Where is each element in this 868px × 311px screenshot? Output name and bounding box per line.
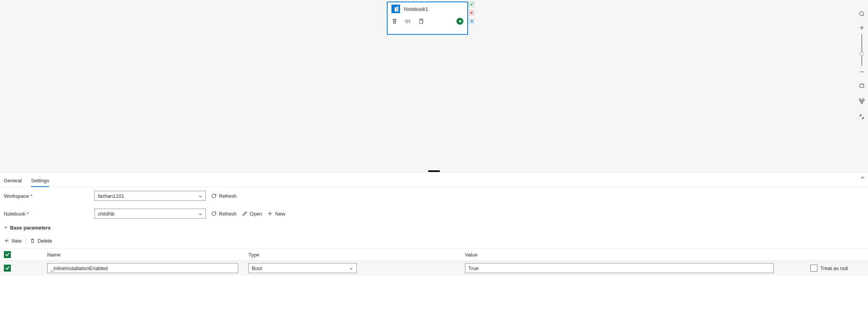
zoom-in-icon[interactable] [856, 22, 867, 34]
base-parameters-title: Base parameters [10, 225, 51, 231]
notebook-new-label: New [275, 211, 285, 217]
col-name: Name [47, 252, 248, 258]
col-type: Type [248, 252, 465, 258]
svg-rect-5 [861, 102, 863, 104]
trash-icon [30, 238, 35, 243]
pipeline-canvas[interactable]: ▮ Notebook1 [0, 0, 868, 172]
vertical-separator [26, 237, 26, 245]
panel-resize-handle[interactable] [428, 170, 440, 172]
notebook-select[interactable]: childNb [94, 209, 206, 219]
code-icon[interactable] [405, 18, 411, 24]
activity-title: Notebook1 [404, 6, 428, 12]
notebook-open-button[interactable]: Open [242, 211, 262, 217]
chevron-down-icon [198, 194, 202, 198]
zoom-slider[interactable] [856, 22, 867, 78]
workspace-refresh-label: Refresh [219, 193, 237, 199]
properties-tabs: General Settings [0, 172, 868, 187]
tab-general[interactable]: General [4, 176, 22, 187]
param-delete-label: Delete [38, 238, 52, 244]
notebook-open-label: Open [250, 211, 262, 217]
required-asterisk: * [30, 193, 32, 199]
workspace-value: fazhan1101 [98, 193, 124, 199]
param-new-label: New [12, 238, 22, 244]
auto-layout-icon[interactable] [856, 93, 867, 109]
col-value: Value [465, 252, 790, 258]
edit-icon [242, 211, 248, 216]
properties-panel: General Settings Workspace * fazhan1101 … [0, 172, 868, 275]
zoom-track[interactable] [861, 34, 862, 65]
svg-point-1 [859, 12, 863, 15]
collapse-panel-icon[interactable] [860, 175, 865, 181]
chevron-down-icon [349, 266, 353, 270]
param-table-header: Name Type Value [0, 249, 868, 261]
param-toolbar: New Delete [0, 233, 868, 249]
param-type-select[interactable]: Bool [248, 263, 357, 273]
param-new-button[interactable]: New [4, 238, 22, 244]
notebook-row: Notebook * childNb Refresh Open New [0, 205, 868, 223]
notebook-value: childNb [98, 211, 114, 217]
copy-icon[interactable] [418, 18, 424, 24]
treat-as-null: Treat as null [790, 265, 848, 272]
search-icon[interactable] [856, 6, 867, 22]
treat-as-null-label: Treat as null [820, 265, 848, 271]
param-delete-button[interactable]: Delete [30, 238, 52, 244]
svg-rect-4 [863, 99, 864, 100]
required-asterisk: * [27, 211, 29, 217]
notebook-label: Notebook * [4, 211, 89, 217]
svg-rect-2 [860, 84, 864, 87]
trash-icon[interactable] [391, 18, 398, 24]
status-fail-icon[interactable] [469, 10, 474, 15]
status-success-icon[interactable] [469, 2, 474, 7]
fit-screen-icon[interactable] [856, 78, 867, 93]
treat-as-null-checkbox[interactable] [810, 265, 817, 272]
workspace-refresh-button[interactable]: Refresh [211, 193, 237, 199]
plus-icon [4, 238, 9, 243]
activity-toolbar [388, 15, 467, 28]
minimize-icon[interactable] [856, 109, 867, 124]
notebook-refresh-label: Refresh [219, 211, 237, 217]
chevron-down-icon [198, 212, 202, 216]
param-value-input[interactable] [465, 263, 774, 273]
header-checkbox[interactable] [4, 251, 11, 258]
plus-icon [267, 211, 273, 216]
workspace-label-text: Workspace [4, 193, 29, 199]
workspace-select[interactable]: fazhan1101 [94, 191, 206, 201]
notebook-refresh-button[interactable]: Refresh [211, 211, 237, 217]
activity-notebook1[interactable]: ▮ Notebook1 [387, 2, 468, 35]
notebook-new-button[interactable]: New [267, 211, 285, 217]
refresh-icon [211, 193, 217, 199]
canvas-side-rail [856, 6, 867, 124]
param-name-input[interactable] [47, 263, 238, 273]
zoom-thumb[interactable] [860, 52, 864, 56]
chevron-down-icon [4, 225, 8, 231]
status-skip-icon[interactable] [469, 19, 474, 24]
activity-status-markers [469, 2, 474, 24]
workspace-label: Workspace * [4, 193, 89, 199]
workspace-row: Workspace * fazhan1101 Refresh [0, 187, 868, 205]
param-table: Name Type Value Bool [0, 249, 868, 275]
param-row: Bool Treat as null [0, 261, 868, 275]
base-parameters-header[interactable]: Base parameters [0, 223, 868, 233]
svg-rect-0 [420, 20, 423, 24]
svg-rect-3 [859, 99, 861, 100]
notebook-icon: ▮ [391, 5, 400, 13]
tab-settings[interactable]: Settings [31, 176, 49, 187]
go-arrow-icon[interactable] [456, 18, 463, 25]
activity-header: ▮ Notebook1 [388, 2, 467, 15]
zoom-out-icon[interactable] [856, 66, 867, 78]
notebook-label-text: Notebook [4, 211, 26, 217]
refresh-icon [211, 211, 217, 216]
row-checkbox[interactable] [4, 265, 11, 272]
param-type-value: Bool [252, 265, 262, 271]
